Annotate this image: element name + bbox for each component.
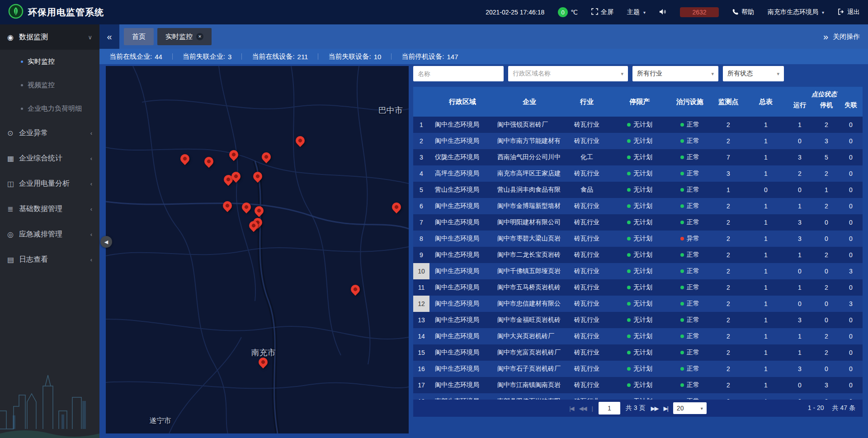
status-select[interactable]: 所有状态 ▾ [723,66,784,81]
table-row[interactable]: 7阆中生态环境局阆中明阳建材有限公司砖瓦行业无计划正常21300 [413,214,863,231]
table-row[interactable]: 9阆中生态环境局阆中市二龙长宝页岩砖砖瓦行业无计划正常21120 [413,247,863,263]
org-label: 南充市生态环境局 [768,8,818,16]
cell-running: 1 [786,344,814,361]
page-size-select[interactable]: 20 ▾ [673,402,707,414]
table-row[interactable]: 18南部生态环境局南部县双佛页岩砖有限砖瓦行业无计划正常21030 [413,393,863,400]
prev-page-button[interactable]: ◀◀ [579,405,586,412]
sidebar-group-5[interactable]: ◎应急减排管理‹ [0,221,99,247]
logout-icon [838,9,844,16]
cell-region: 阆中生态环境局 [429,133,495,149]
sidebar-group-6[interactable]: ▤日志查看‹ [0,247,99,272]
cell-meters: 1 [746,263,786,279]
alert-count-badge[interactable]: 2632 [680,7,719,17]
cell-region: 阆中生态环境局 [429,231,495,247]
cell-region: 阆中生态环境局 [429,263,495,279]
cell-offline: 0 [839,247,863,263]
cell-region: 阆中生态环境局 [429,247,495,263]
table-row[interactable]: 16阆中生态环境局阆中市石子页岩机砖厂砖瓦行业无计划正常21300 [413,361,863,377]
org-dropdown[interactable]: 南充市生态环境局 ▾ [768,8,824,16]
table-row[interactable]: 5营山生态环境局营山县润丰肉食品有限食品无计划正常10010 [413,182,863,198]
tab-scroll-left-button[interactable]: « [99,24,119,49]
sidebar-submenu: 实时监控视频监控企业电力负荷明细 [0,50,99,120]
table-row[interactable]: 1阆中生态环境局阆中强锐页岩砖厂砖瓦行业无计划正常21120 [413,117,863,133]
table-row[interactable]: 11阆中生态环境局阆中市五马桥页岩机砖砖瓦行业无计划正常21120 [413,279,863,296]
log-icon: ▤ [7,255,19,264]
row-index: 6 [413,198,429,214]
chevron-left-icon: ‹ [90,180,92,187]
cell-running: 0 [786,393,814,400]
chevron-left-icon: ‹ [90,206,92,212]
table-row[interactable]: 14阆中生态环境局阆中大兴页岩机砖厂砖瓦行业无计划正常21120 [413,328,863,344]
row-index: 16 [413,361,429,377]
tab-realtime-monitor[interactable]: 实时监控 ✕ [157,28,212,45]
cell-industry: 砖瓦行业 [563,165,610,182]
table-row[interactable]: 10阆中生态环境局阆中千佛镇五郎垭页岩砖瓦行业无计划正常21003 [413,263,863,279]
first-page-button[interactable]: |◀ [569,405,573,412]
stat-item: 当前失联企业:3 [183,52,232,61]
page-size-value: 20 [677,405,684,412]
chevron-down-icon: ▾ [643,10,646,15]
industry-select[interactable]: 所有行业 ▾ [632,66,718,81]
status-dot-green-icon [680,188,684,192]
cell-running: 3 [786,312,814,328]
fullscreen-icon [591,8,598,16]
cell-meters: 1 [746,165,786,182]
sidebar-group-3[interactable]: ◫企业用电量分析‹ [0,171,99,196]
status-dot-green-icon [680,367,684,371]
data-panel: 行政区域名称 ▾ 所有行业 ▾ 所有状态 ▾ [413,66,863,438]
region-select[interactable]: 行政区域名称 ▾ [508,66,628,81]
table-row[interactable]: 8阆中生态环境局阆中市枣碧大梁山页岩砖瓦行业无计划异常21300 [413,231,863,247]
table-row[interactable]: 12阆中生态环境局阆中市忠信建材有限公砖瓦行业无计划正常21003 [413,296,863,312]
sidebar-item-实时监控[interactable]: 实时监控 [0,50,99,73]
cell-industry: 砖瓦行业 [563,312,610,328]
fullscreen-button[interactable]: 全屏 [591,8,613,16]
page-number-input[interactable] [599,402,620,414]
stat-value: 10 [374,53,382,61]
table-row[interactable]: 13阆中生态环境局阆中市金福旺页岩机砖砖瓦行业无计划正常21300 [413,312,863,328]
logout-button[interactable]: 退出 [838,8,860,16]
cell-stopped: 3 [814,377,839,393]
status-dot-green-icon [627,318,631,322]
region-select-value: 行政区域名称 [513,70,551,78]
last-page-button[interactable]: ▶| [663,405,667,412]
tab-close-icon[interactable]: ✕ [196,33,203,40]
cell-meters: 1 [746,393,786,400]
sidebar-group-4[interactable]: ≣基础数据管理‹ [0,196,99,221]
sidebar-group-label: 企业用电量分析 [19,179,90,188]
cell-points: 1 [711,182,746,198]
cell-meters: 1 [746,198,786,214]
sidebar-group-0[interactable]: ◉数据监测∨ [0,24,99,50]
cell-meters: 1 [746,279,786,296]
cell-meters: 1 [746,214,786,231]
map-collapse-handle[interactable]: ◀ [100,236,112,248]
table-row[interactable]: 17阆中生态环境局阆中市江南镇阆南页岩砖瓦行业无计划正常21030 [413,377,863,393]
theme-dropdown[interactable]: 主题 ▾ [627,8,646,16]
cell-production: 无计划 [610,198,669,214]
map-panel[interactable]: 巴中市南充市遂宁市 [106,66,409,433]
cell-points: 2 [711,214,746,231]
sidebar-group-2[interactable]: ▦企业综合统计‹ [0,146,99,171]
table-row[interactable]: 2阆中生态环境局阆中市南方节能建材有砖瓦行业无计划正常21030 [413,133,863,149]
bullet-icon [21,61,23,63]
sidebar-group-1[interactable]: ⊙企业异常‹ [0,120,99,146]
cell-facility: 正常 [669,328,711,344]
sidebar-item-企业电力负荷明细[interactable]: 企业电力负荷明细 [0,97,99,120]
cell-offline: 0 [839,198,863,214]
cell-stopped: 2 [814,247,839,263]
tab-home[interactable]: 首页 [124,28,154,45]
stat-label: 当前在线设备: [252,52,294,61]
cell-stopped: 3 [814,133,839,149]
help-button[interactable]: 帮助 [732,8,754,16]
close-operations-button[interactable]: 关闭操作 [833,33,860,41]
name-search-input[interactable] [413,66,504,81]
next-page-button[interactable]: ▶▶ [651,405,658,412]
table-row[interactable]: 4高坪生态环境局南充市高坪区王家店建砖瓦行业无计划正常31220 [413,165,863,182]
status-dot-green-icon [680,269,684,273]
tab-bar: « 首页 实时监控 ✕ » 关闭操作 [99,24,868,49]
tab-scroll-right-button[interactable]: » [823,32,828,42]
sidebar-item-视频监控[interactable]: 视频监控 [0,73,99,97]
table-row[interactable]: 3仪陇生态环境局西南油气田分公司川中化工无计划正常71350 [413,149,863,165]
table-row[interactable]: 15阆中生态环境局阆中市光富页岩机砖厂砖瓦行业无计划正常21120 [413,344,863,361]
table-row[interactable]: 6阆中生态环境局阆中市金博瑞新型墙材砖瓦行业无计划正常21120 [413,198,863,214]
alarm-speaker-button[interactable] [659,9,666,16]
